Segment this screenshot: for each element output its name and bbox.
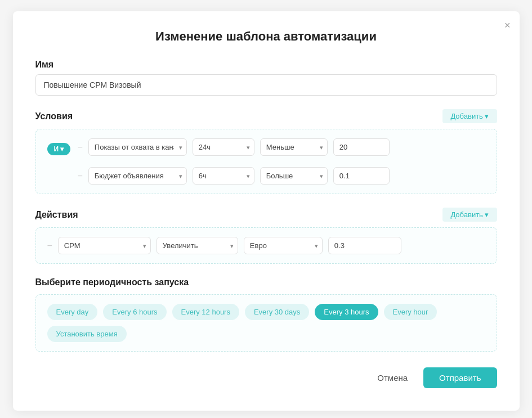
periodicity-box: Every day Every 6 hours Every 12 hours E… <box>35 294 497 352</box>
condition-value-input[interactable] <box>333 167 390 185</box>
actions-add-button[interactable]: Добавить ▾ <box>442 208 497 222</box>
submit-button[interactable]: Отправить <box>423 367 497 388</box>
and-col: И ▾ <box>47 138 71 155</box>
close-button[interactable]: × <box>504 20 511 30</box>
metric-select-wrapper: Показы от охвата в канале Бюджет объявле… <box>88 167 187 185</box>
action-currency-select[interactable]: Евро USD RUB <box>244 237 323 254</box>
and-badge: И ▾ <box>47 143 71 155</box>
actions-label: Действия <box>35 210 78 220</box>
cancel-button[interactable]: Отмена <box>369 368 415 387</box>
period-every-3-hours-button[interactable]: Every 3 hours <box>315 304 378 320</box>
name-section: Имя <box>35 60 497 109</box>
condition-metric-select[interactable]: Показы от охвата в канале Бюджет объявле… <box>88 167 187 185</box>
conditions-and-wrapper: И ▾ − Показы от охвата в канале Бюджет о… <box>47 138 485 185</box>
action-row: − СРМ Бюджет Ставка Увеличить Уменьшить <box>47 237 485 254</box>
conditions-box: И ▾ − Показы от охвата в канале Бюджет о… <box>35 129 497 194</box>
period-set-time-button[interactable]: Установить время <box>47 326 127 342</box>
action-currency-select-wrapper: Евро USD RUB <box>244 237 323 254</box>
action-remove-button[interactable]: − <box>47 241 52 251</box>
action-value-input[interactable] <box>328 237 401 254</box>
compare-select-wrapper: Меньше Больше Равно <box>260 167 328 185</box>
name-input[interactable] <box>35 74 497 96</box>
action-op-select-wrapper: Увеличить Уменьшить <box>157 237 238 254</box>
condition-compare-select[interactable]: Меньше Больше Равно <box>260 167 328 185</box>
period-select-wrapper: 24ч 6ч 3ч 1ч <box>193 138 254 156</box>
period-every-day-button[interactable]: Every day <box>47 304 98 320</box>
conditions-label: Условия <box>35 111 73 122</box>
conditions-rows: − Показы от охвата в канале Бюджет объяв… <box>77 138 485 185</box>
condition-period-select[interactable]: 24ч 6ч 3ч 1ч <box>193 138 254 156</box>
name-label: Имя <box>35 60 497 70</box>
condition-metric-select[interactable]: Показы от охвата в канале Бюджет объявле… <box>88 138 187 156</box>
condition-period-select[interactable]: 24ч 6ч 3ч 1ч <box>193 167 254 185</box>
periodicity-section: Выберите периодичность запуска Every day… <box>35 277 497 352</box>
period-every-12-hours-button[interactable]: Every 12 hours <box>172 304 239 320</box>
condition-row: − Показы от охвата в канале Бюджет объяв… <box>77 167 485 185</box>
action-metric-select[interactable]: СРМ Бюджет Ставка <box>58 237 151 254</box>
actions-section: Действия Добавить ▾ − СРМ Бюджет Ставка … <box>35 208 497 264</box>
conditions-add-button[interactable]: Добавить ▾ <box>442 109 497 123</box>
condition-remove-button[interactable]: − <box>77 142 82 152</box>
conditions-section: Условия Добавить ▾ И ▾ − Показы от охв <box>35 109 497 194</box>
periodicity-label: Выберите периодичность запуска <box>35 277 497 287</box>
condition-value-input[interactable] <box>333 138 390 156</box>
footer: Отмена Отправить <box>35 367 497 388</box>
compare-select-wrapper: Меньше Больше Равно <box>260 138 328 156</box>
period-every-6-hours-button[interactable]: Every 6 hours <box>103 304 166 320</box>
condition-remove-button[interactable]: − <box>77 171 82 181</box>
modal-title: Изменение шаблона автоматизации <box>35 29 497 44</box>
action-operation-select[interactable]: Увеличить Уменьшить <box>157 237 238 254</box>
condition-row: − Показы от охвата в канале Бюджет объяв… <box>77 138 485 156</box>
condition-compare-select[interactable]: Меньше Больше Равно <box>260 138 328 156</box>
metric-select-wrapper: Показы от охвата в канале Бюджет объявле… <box>88 138 187 156</box>
period-select-wrapper: 24ч 6ч 3ч 1ч <box>193 167 254 185</box>
period-every-30-days-button[interactable]: Every 30 days <box>245 304 309 320</box>
modal-container: × Изменение шаблона автоматизации Имя Ус… <box>13 11 520 411</box>
action-metric-select-wrapper: СРМ Бюджет Ставка <box>58 237 151 254</box>
actions-box: − СРМ Бюджет Ставка Увеличить Уменьшить <box>35 227 497 264</box>
period-every-hour-button[interactable]: Every hour <box>384 304 437 320</box>
